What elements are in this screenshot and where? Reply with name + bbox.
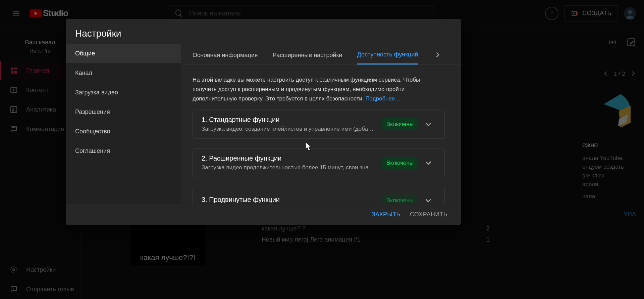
modal-content-scroll[interactable]: На этой вкладке вы можете настроить дост… [181, 67, 456, 204]
tab-feature-access[interactable]: Доступность функций [357, 51, 418, 65]
modal-title: Настройки [66, 19, 461, 44]
chevron-down-icon[interactable] [421, 193, 436, 204]
modal-side-channel[interactable]: Канал [66, 63, 181, 83]
modal-sidebar: Общие Канал Загрузка видео Разрешения Со… [66, 44, 181, 204]
chevron-down-icon[interactable] [421, 156, 436, 170]
save-button[interactable]: СОХРАНИТЬ [410, 211, 447, 218]
modal-actions: ЗАКРЫТЬ СОХРАНИТЬ [66, 204, 461, 225]
modal-tabs: Основная информация Расширенные настройк… [181, 44, 461, 65]
tab-basic-info[interactable]: Основная информация [193, 52, 258, 64]
feature-title: 1. Стандартные функции [202, 116, 382, 124]
modal-side-general[interactable]: Общие [66, 44, 181, 63]
settings-modal: Настройки Общие Канал Загрузка видео Раз… [66, 19, 461, 225]
feature-title: 2. Расширенные функции [202, 155, 382, 162]
feature-intermediate[interactable]: 2. Расширенные функции Загрузка видео пр… [193, 148, 445, 177]
tabs-next-icon[interactable] [434, 51, 441, 65]
feature-subtitle: Загрузка видео продолжительностью более … [202, 164, 382, 171]
feature-standard[interactable]: 1. Стандартные функции Загрузка видео, с… [193, 110, 445, 139]
status-badge: Включены [382, 118, 418, 130]
tab-advanced[interactable]: Расширенные настройки [273, 52, 342, 64]
modal-side-agreements[interactable]: Соглашения [66, 141, 181, 161]
modal-side-permissions[interactable]: Разрешения [66, 102, 181, 122]
status-badge: Включены [382, 157, 418, 169]
status-badge: Включены [382, 195, 418, 204]
modal-side-upload[interactable]: Загрузка видео [66, 83, 181, 102]
modal-side-community[interactable]: Сообщество [66, 122, 181, 141]
chevron-down-icon[interactable] [421, 117, 436, 132]
close-button[interactable]: ЗАКРЫТЬ [372, 211, 400, 218]
feature-subtitle: Загрузка видео, создание плейлистов и уп… [202, 126, 382, 132]
feature-advanced[interactable]: 3. Продвинутые функции Включены [193, 187, 445, 204]
intro-text: На этой вкладке вы можете настроить дост… [193, 75, 445, 103]
feature-title: 3. Продвинутые функции [202, 196, 382, 204]
learn-more-link[interactable]: Подробнее… [365, 95, 400, 102]
